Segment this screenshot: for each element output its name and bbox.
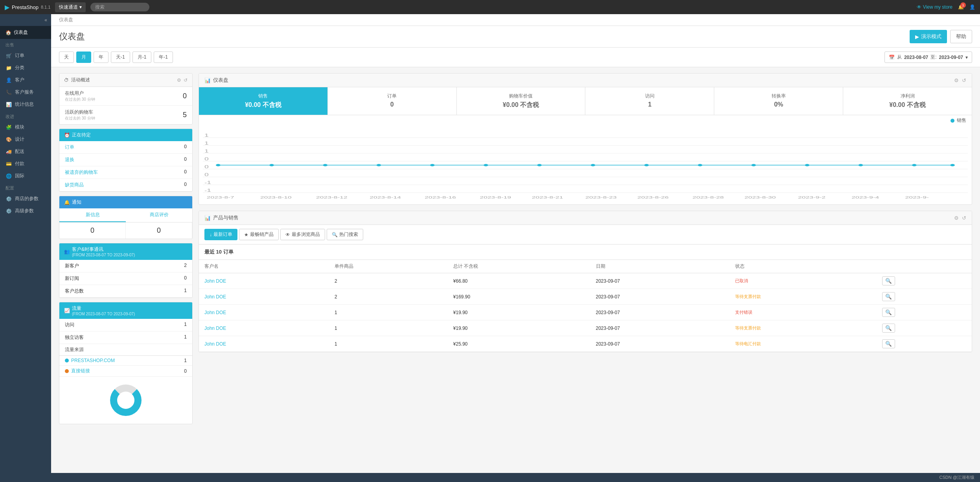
sidebar-item-categories[interactable]: 📁 分类 (0, 62, 51, 74)
order-customer-link[interactable]: John DOE (204, 278, 226, 284)
svg-text:2023-8-7: 2023-8-7 (207, 195, 234, 199)
svg-point-28 (805, 164, 810, 166)
donut-chart (59, 377, 192, 424)
help-button[interactable]: 帮助 (950, 30, 972, 43)
star-icon: ★ (244, 232, 248, 237)
order-search-btn[interactable]: 🔍 (882, 276, 895, 285)
logo-icon: ▶ (5, 4, 9, 11)
sidebar-item-advanced-params-label: 高级参数 (15, 208, 34, 214)
visits-link[interactable]: 访问 (65, 322, 74, 328)
pending-carts-link[interactable]: 被遗弃的购物车 (65, 169, 98, 176)
sidebar-item-customers[interactable]: 👤 客户 (0, 74, 51, 86)
traffic-sources-label: 流量来源 (59, 344, 192, 356)
stats-columns: 销售 ¥0.00 不含税 订单 0 购物车价值 ¥0.00 不含税 访问 (199, 87, 972, 115)
refresh-icon[interactable]: ↺ (184, 77, 188, 83)
sidebar-item-customer-service[interactable]: 📞 客户服务 (0, 86, 51, 98)
pending-oos-link[interactable]: 缺货商品 (65, 182, 84, 188)
chart-settings-icon[interactable]: ⚙ (954, 77, 959, 83)
new-subscribers-link[interactable]: 新订阅 (65, 275, 79, 282)
order-customer-link[interactable]: John DOE (204, 310, 226, 315)
notif-tab-reviews[interactable]: 商店评价 (126, 208, 192, 222)
demo-mode-button[interactable]: ▶ 演示模式 (910, 30, 947, 43)
pending-returns-link[interactable]: 退换 (65, 156, 74, 163)
eye-icon: 👁 (917, 4, 921, 10)
tab-latest-orders[interactable]: ↓ 最新订单 (204, 229, 237, 240)
svg-point-21 (430, 164, 435, 166)
sidebar-item-shipping[interactable]: 🚚 配送 (0, 145, 51, 158)
stat-col-conversion-label: 转换率 (718, 93, 839, 99)
view-store-link[interactable]: 👁 View my store (917, 4, 952, 10)
stat-col-conversion[interactable]: 转换率 0% (714, 87, 843, 115)
chart-legend: 销售 (199, 115, 972, 126)
svg-point-22 (484, 164, 488, 166)
unique-visitors-link[interactable]: 独立访客 (65, 334, 84, 341)
pending-carts-value: 0 (184, 169, 187, 176)
notifications-btn[interactable]: 🔔 1 (958, 4, 964, 10)
stat-col-orders[interactable]: 订单 0 (328, 87, 457, 115)
stat-col-cart-value[interactable]: 购物车价值 ¥0.00 不含税 (457, 87, 586, 115)
order-customer-link[interactable]: John DOE (204, 341, 226, 347)
sidebar-item-payment[interactable]: 💳 付款 (0, 158, 51, 170)
traffic-source-direct-name: 直接链接 (71, 368, 182, 374)
user-menu-btn[interactable]: 👤 (969, 4, 975, 10)
svg-point-19 (323, 164, 328, 166)
sidebar-item-dashboard[interactable]: 🏠 仪表盘 (0, 26, 51, 39)
logo-text: PrestaShop (12, 4, 39, 10)
stat-col-net-profit[interactable]: 净利润 ¥0.00 不含税 (843, 87, 972, 115)
filter-day-btn[interactable]: 天 (59, 52, 74, 63)
quick-nav[interactable]: 快速通道 ▾ (55, 2, 86, 12)
stat-col-cart-value-label: 购物车价值 (461, 93, 581, 99)
tab-most-viewed[interactable]: 👁 最多浏览商品 (280, 229, 325, 240)
order-search-btn[interactable]: 🔍 (882, 292, 895, 301)
sidebar-item-shop-params[interactable]: ⚙️ 商店的参数 (0, 193, 51, 205)
tab-best-sellers[interactable]: ★ 最畅销产品 (239, 229, 279, 240)
stat-col-orders-label: 订单 (332, 93, 452, 99)
pending-card: ⏰ 正在待定 订单 0 退换 0 被遗弃的购物车 0 (59, 129, 193, 192)
order-customer-link[interactable]: John DOE (204, 326, 226, 331)
svg-text:2023-9-2: 2023-9-2 (798, 195, 826, 199)
total-customers-link[interactable]: 客户总数 (65, 288, 84, 294)
notif-tab-messages[interactable]: 新信息 (59, 208, 126, 222)
search-input[interactable] (90, 3, 149, 11)
new-customers-link[interactable]: 新客户 (65, 263, 79, 269)
order-search-btn[interactable]: 🔍 (882, 324, 895, 333)
active-carts-value: 5 (183, 111, 187, 119)
stat-col-sales[interactable]: 销售 ¥0.00 不含税 (199, 87, 328, 115)
products-settings-icon[interactable]: ⚙ (954, 215, 959, 221)
products-refresh-icon[interactable]: ↺ (962, 215, 966, 221)
filter-year-btn[interactable]: 年 (94, 52, 108, 63)
filter-prev-day-btn[interactable]: 天-1 (111, 52, 130, 63)
sidebar-item-international[interactable]: 🌐 国际 (0, 170, 51, 182)
filter-prev-year-btn[interactable]: 年-1 (154, 52, 173, 63)
filter-prev-month-btn[interactable]: 月-1 (132, 52, 152, 63)
sidebar-item-orders[interactable]: 🛒 订单 (0, 50, 51, 62)
order-search-btn[interactable]: 🔍 (882, 308, 895, 317)
col-status: 状态 (730, 260, 876, 273)
svg-text:2023-8-23: 2023-8-23 (585, 195, 617, 199)
sidebar-item-advanced-params[interactable]: ⚙️ 高级参数 (0, 205, 51, 217)
col-customer-name: 客户名 (199, 260, 329, 273)
svg-text:2023-8-30: 2023-8-30 (745, 195, 776, 199)
traffic-subtitle: (FROM 2023-08-07 TO 2023-09-07) (72, 312, 135, 316)
notifications-card: 🔔 通知 新信息 商店评价 0 0 (59, 196, 193, 239)
sidebar-item-statistics[interactable]: 📊 统计信息 (0, 98, 51, 110)
stat-col-visits[interactable]: 访问 1 (585, 87, 714, 115)
sidebar-item-modules[interactable]: 🧩 模块 (0, 121, 51, 133)
table-row: John DOE 1 ¥25.90 2023-09-07 等待电汇付款 🔍 (199, 336, 972, 352)
status-badge: 等待电汇付款 (735, 341, 761, 346)
table-row: John DOE 1 ¥19.90 2023-09-07 等待支票付款 🔍 (199, 320, 972, 336)
unique-visitors-row: 独立访客 1 (59, 331, 192, 344)
total-customers-row: 客户总数 1 (59, 285, 192, 298)
chart-refresh-icon[interactable]: ↺ (962, 77, 966, 83)
sidebar-collapse-btn[interactable]: « (0, 14, 51, 26)
settings-icon[interactable]: ⚙ (177, 77, 181, 83)
international-icon: 🌐 (6, 173, 12, 179)
date-range-picker[interactable]: 📅 从 2023-08-07 至: 2023-09-07 ▾ (884, 52, 972, 63)
pending-orders-link[interactable]: 订单 (65, 144, 74, 151)
order-customer-link[interactable]: John DOE (204, 294, 226, 300)
filter-month-btn[interactable]: 月 (76, 52, 91, 63)
tab-hot-search[interactable]: 🔍 热门搜索 (327, 229, 363, 240)
order-search-btn[interactable]: 🔍 (882, 339, 895, 348)
sidebar-item-design-label: 设计 (15, 136, 24, 143)
sidebar-item-design[interactable]: 🎨 设计 (0, 133, 51, 145)
